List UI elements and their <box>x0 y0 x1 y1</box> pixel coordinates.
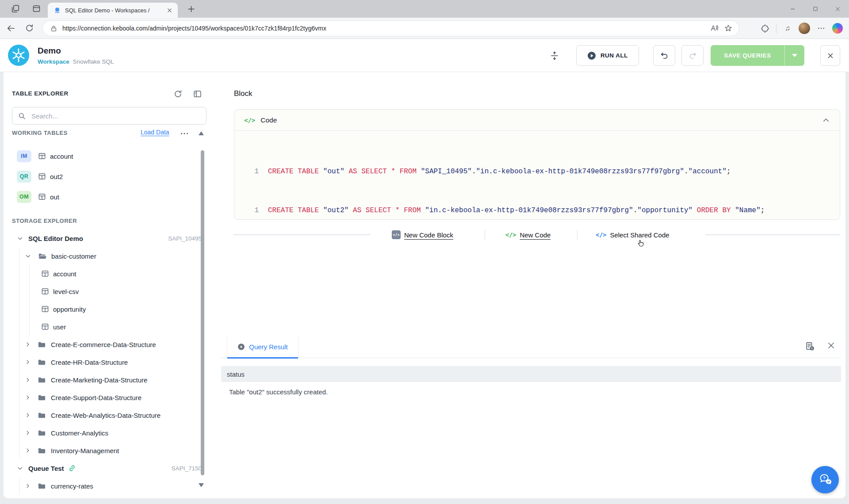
tree-row-table[interactable]: account <box>4 265 213 283</box>
workspace-close-button[interactable] <box>820 45 840 66</box>
chevron-right-icon[interactable] <box>25 377 31 382</box>
scroll-up-arrow[interactable] <box>199 131 204 135</box>
lock-icon <box>50 25 57 32</box>
mouse-cursor <box>636 239 645 250</box>
table-icon <box>41 305 49 313</box>
sidebar-search[interactable] <box>12 107 207 125</box>
tree-table-label: account <box>53 270 76 278</box>
code-block-icon: </> <box>392 230 401 239</box>
working-tables-menu-icon[interactable] <box>180 129 190 137</box>
new-code-button[interactable]: </> New Code <box>505 229 551 241</box>
run-all-button[interactable]: RUN ALL <box>576 45 639 66</box>
indent-guide <box>19 389 20 406</box>
folder-icon <box>38 358 46 367</box>
undo-button[interactable] <box>653 45 675 66</box>
tree-row-folder[interactable]: Create-E-commerce-Data-Structure <box>4 336 213 353</box>
maximize-icon[interactable] <box>804 0 826 18</box>
project-id-badge: SAPI_10495 <box>168 235 202 242</box>
chevron-right-icon[interactable] <box>25 342 31 347</box>
chevron-down-icon[interactable] <box>17 466 23 471</box>
chevron-right-icon[interactable] <box>25 483 31 489</box>
divider-line <box>705 234 840 235</box>
workspace-body: TABLE EXPLORER WORKING TABLES Load Data <box>4 72 845 498</box>
chevron-right-icon[interactable] <box>25 359 31 365</box>
read-aloud-icon[interactable] <box>710 24 719 33</box>
sql-editor-line[interactable]: 1CREATE TABLE "out" AS SELECT * FROM "SA… <box>234 166 840 177</box>
tree-row-folder[interactable]: Inventory-Management <box>4 442 213 459</box>
tree-folder-label: currency-rates <box>51 482 93 490</box>
browser-menu-icon[interactable] <box>816 23 826 33</box>
working-table-item[interactable]: OMout <box>9 187 203 207</box>
sql-editor-line[interactable]: 1CREATE TABLE "out2" AS SELECT * FROM "i… <box>234 205 840 216</box>
tree-row-table[interactable]: user <box>4 318 213 336</box>
save-queries-button[interactable]: SAVE QUERIES <box>711 45 804 66</box>
split-view-icon[interactable] <box>547 48 562 64</box>
search-input[interactable] <box>31 112 201 120</box>
favorites-star-icon[interactable] <box>724 24 733 33</box>
tree-row-folder[interactable]: Customer-Analytics <box>4 424 213 442</box>
back-icon[interactable] <box>6 23 16 33</box>
media-controls-icon[interactable]: ♫ <box>783 23 792 33</box>
tree-row-folder[interactable]: Create-Marketing-Data-Structure <box>4 371 213 389</box>
new-code-block-button[interactable]: </> New Code Block <box>392 229 453 241</box>
select-shared-code-button[interactable]: </> Select Shared Code <box>596 229 669 241</box>
tree-row-project[interactable]: SQL Editor DemoSAPI_10495 <box>4 229 213 247</box>
save-dropdown-button[interactable] <box>785 45 804 66</box>
tree-row-folder-open[interactable]: basic-customer <box>4 247 213 265</box>
tree-row-folder[interactable]: currency-rates <box>4 477 213 495</box>
code-icon: </> <box>596 231 606 238</box>
chevron-right-icon[interactable] <box>25 430 31 435</box>
tree-row-folder[interactable]: Create-Support-Data-Structure <box>4 389 213 406</box>
linked-project-icon <box>68 464 76 472</box>
indent-guide <box>19 406 20 424</box>
copilot-icon[interactable] <box>832 23 843 34</box>
sidebar-refresh-icon[interactable] <box>173 89 183 99</box>
tree-folder-label: Inventory-Management <box>51 447 119 454</box>
table-icon <box>41 287 49 295</box>
tree-row-table[interactable]: opportunity <box>4 300 213 318</box>
query-result-tab[interactable]: Query Result <box>227 336 298 358</box>
chevron-right-icon[interactable] <box>25 448 31 453</box>
tab-close-icon[interactable] <box>165 6 173 14</box>
sql-editors: 1CREATE TABLE "out" AS SELECT * FROM "SA… <box>234 131 840 219</box>
extensions-icon[interactable] <box>760 23 770 33</box>
close-result-icon[interactable] <box>827 341 838 352</box>
load-data-link[interactable]: Load Data <box>141 129 169 136</box>
chevron-right-icon[interactable] <box>25 412 31 418</box>
window-close-icon[interactable] <box>826 0 849 18</box>
minimize-icon[interactable] <box>781 0 804 18</box>
folder-icon <box>38 482 46 490</box>
chevron-right-icon[interactable] <box>25 395 31 400</box>
tab-workspaces-icon[interactable] <box>11 4 20 14</box>
profile-avatar[interactable] <box>799 23 810 34</box>
working-tables-list: IMaccountQRout2OMout <box>9 146 203 207</box>
workspace-header: Demo Workspace Snowflake SQL RUN ALL SAV… <box>0 39 849 72</box>
address-bar[interactable]: https://connection.keboola.com/admin/pro… <box>42 20 739 36</box>
indent-guide <box>19 336 20 353</box>
tab-actions-icon[interactable] <box>32 4 42 14</box>
result-info-icon[interactable] <box>805 341 815 352</box>
chevron-down-icon[interactable] <box>17 236 23 241</box>
chevron-down-icon[interactable] <box>25 253 31 259</box>
code-block-header[interactable]: </> Code <box>234 110 840 131</box>
browser-tab[interactable]: SQL Editor Demo - Workspaces / <box>48 3 178 18</box>
refresh-icon[interactable] <box>25 23 34 33</box>
tree-folder-label: Create-HR-Data-Structure <box>51 359 128 366</box>
help-chat-button[interactable]: ? <box>811 466 839 493</box>
workspace-label[interactable]: Workspace <box>38 58 69 65</box>
new-tab-button[interactable] <box>186 4 196 14</box>
chevron-up-icon[interactable] <box>822 116 830 124</box>
action-separator <box>577 230 577 240</box>
working-table-item[interactable]: IMaccount <box>9 146 203 166</box>
tree-row-folder[interactable]: Create-HR-Data-Structure <box>4 353 213 371</box>
working-table-item[interactable]: QRout2 <box>9 166 203 187</box>
folder-icon <box>38 393 46 402</box>
tree-row-folder[interactable]: Create-Web-Analytics-Data-Structure <box>4 406 213 424</box>
redo-button[interactable] <box>681 45 704 66</box>
tree-row-project[interactable]: Queue TestSAPI_7150 <box>4 459 213 477</box>
sidebar-panel-icon[interactable] <box>193 89 202 99</box>
result-row-value: Table "out2" successfully created. <box>221 382 841 396</box>
save-queries-label[interactable]: SAVE QUERIES <box>711 45 784 66</box>
tab-favicon-keboola-icon <box>54 7 61 14</box>
tree-row-table[interactable]: level-csv <box>4 283 213 300</box>
